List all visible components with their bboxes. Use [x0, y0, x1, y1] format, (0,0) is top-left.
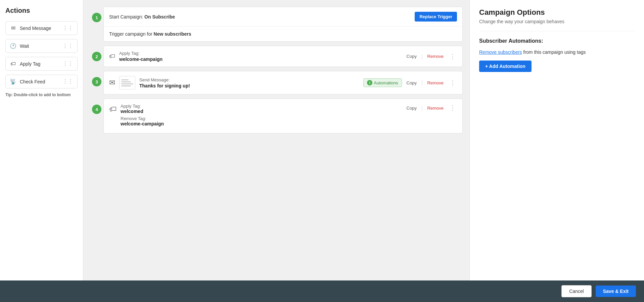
preview-line	[121, 83, 133, 84]
sidebar-item-wait[interactable]: 🕐 Wait ⋮⋮	[5, 39, 78, 53]
panel-description-suffix: from this campaign using tags	[522, 49, 586, 55]
step-3-info: Send Message: Thanks for signing up!	[139, 77, 359, 88]
sidebar-item-apply-tag[interactable]: 🏷 Apply Tag ⋮⋮	[5, 57, 78, 71]
apply-tag-entry: Apply Tag: welcomed	[121, 104, 401, 114]
envelope-icon: ✉	[10, 25, 16, 31]
preview-line	[121, 85, 131, 86]
drag-handle-icon[interactable]: ⋮⋮	[62, 43, 73, 49]
right-panel: Campaign Options Change the way your cam…	[469, 0, 644, 280]
sidebar-title: Actions	[5, 7, 78, 14]
save-exit-button[interactable]: Save & Exit	[596, 286, 636, 297]
panel-section-title: Subscriber Automations:	[479, 38, 635, 44]
step-2-remove-button[interactable]: Remove	[426, 53, 445, 60]
message-preview	[119, 76, 135, 89]
step-2-more-icon[interactable]: ⋮	[448, 52, 457, 61]
sidebar-item-check-feed[interactable]: 📡 Check Feed ⋮⋮	[5, 75, 78, 88]
cancel-button[interactable]: Cancel	[561, 285, 592, 297]
step-2-card: 🏷 Apply Tag: welcome-campaign Copy | Rem…	[103, 46, 463, 67]
trigger-body: Trigger campaign for New subscribers	[104, 27, 462, 41]
step-3-card: ✉ Send Message: Thanks for signing up! i	[103, 71, 463, 95]
sidebar: Actions ✉ Send Message ⋮⋮ 🕐 Wait ⋮⋮ 🏷 Ap…	[0, 0, 83, 280]
tip-label: Tip:	[5, 92, 13, 97]
step-2-content: 🏷 Apply Tag: welcome-campaign Copy | Rem…	[104, 46, 462, 67]
step-3-more-icon[interactable]: ⋮	[448, 78, 457, 87]
remove-tag-label: Remove Tag:	[121, 116, 401, 121]
sidebar-item-label: Send Message	[20, 26, 51, 31]
step-2-name: welcome-campaign	[119, 56, 401, 62]
apply-tag-value: welcomed	[121, 109, 401, 114]
feed-icon: 📡	[10, 78, 16, 85]
trigger-bold: On Subscribe	[144, 14, 175, 20]
step-3-type: Send Message:	[139, 77, 359, 82]
tag-icon: 🏷	[10, 61, 16, 67]
step-4-card: 🏷 Apply Tag: welcomed Remove Tag: welcom…	[103, 99, 463, 134]
step-4-info: Apply Tag: welcomed Remove Tag: welcome-…	[121, 104, 401, 128]
drag-handle-icon[interactable]: ⋮⋮	[62, 61, 73, 67]
step-number-2: 2	[92, 52, 101, 61]
step-3-name: Thanks for signing up!	[139, 83, 359, 88]
step-1-card: Start Campaign: On Subscribe Replace Tri…	[103, 7, 463, 42]
content-area: 1 Start Campaign: On Subscribe Replace T…	[83, 0, 469, 280]
step-2-info: Apply Tag: welcome-campaign	[119, 51, 401, 62]
envelope-icon-3: ✉	[109, 78, 115, 87]
step-2-type: Apply Tag:	[119, 51, 401, 56]
trigger-plain: Start Campaign:	[109, 14, 144, 20]
step-number-4: 4	[92, 105, 101, 114]
step-4-content: 🏷 Apply Tag: welcomed Remove Tag: welcom…	[104, 99, 462, 133]
step-number-1: 1	[92, 13, 101, 22]
tag-icon-4: 🏷	[109, 105, 117, 114]
remove-tag-value: welcome-campaign	[121, 121, 401, 126]
apply-tag-label: Apply Tag:	[121, 104, 401, 109]
preview-line	[121, 81, 131, 82]
tip-content: Double-click to add to bottom	[13, 92, 71, 97]
tag-icon-2: 🏷	[109, 53, 115, 60]
clock-icon: 🕐	[10, 43, 16, 49]
step-3-remove-button[interactable]: Remove	[426, 80, 445, 86]
step-3-controls: i Automations Copy | Remove ⋮	[363, 78, 457, 87]
footer: Cancel Save & Exit	[0, 280, 644, 302]
panel-description: Remove subscribers from this campaign us…	[479, 49, 635, 56]
trigger-body-bold: New subscribers	[154, 31, 191, 37]
automations-badge[interactable]: i Automations	[363, 78, 402, 87]
step-4-wrapper: 4 🏷 Apply Tag: welcomed Remove Tag: welc…	[90, 99, 463, 134]
preview-line	[121, 79, 129, 80]
step-number-3: 3	[92, 77, 101, 86]
trigger-title: Start Campaign: On Subscribe	[109, 14, 175, 20]
step-4-copy-button[interactable]: Copy	[405, 105, 418, 111]
remove-tag-entry: Remove Tag: welcome-campaign	[121, 116, 401, 126]
step-3-content: ✉ Send Message: Thanks for signing up! i	[104, 71, 462, 94]
step-4-controls: Copy | Remove ⋮	[405, 104, 457, 112]
step-3-wrapper: 3 ✉ Send Message: Thanks for signing up!	[90, 71, 463, 95]
sidebar-item-label: Apply Tag	[20, 61, 40, 67]
add-automation-button[interactable]: + Add Automation	[479, 61, 532, 72]
drag-handle-icon[interactable]: ⋮⋮	[62, 78, 73, 85]
step-2-controls: Copy | Remove ⋮	[405, 52, 457, 61]
panel-title: Campaign Options	[479, 8, 635, 17]
step-4-more-icon[interactable]: ⋮	[448, 104, 457, 112]
automations-label: Automations	[374, 80, 398, 85]
step-4-remove-button[interactable]: Remove	[426, 105, 445, 111]
step-3-copy-button[interactable]: Copy	[405, 80, 418, 86]
panel-subtitle: Change the way your campaign behaves	[479, 19, 635, 31]
step-2-wrapper: 2 🏷 Apply Tag: welcome-campaign Copy | R…	[90, 46, 463, 67]
step-1-wrapper: 1 Start Campaign: On Subscribe Replace T…	[90, 7, 463, 42]
step-2-copy-button[interactable]: Copy	[405, 53, 418, 60]
automations-info-icon: i	[367, 80, 372, 85]
trigger-body-plain: Trigger campaign for	[109, 31, 154, 37]
sidebar-item-label: Check Feed	[20, 79, 45, 84]
remove-subscribers-link[interactable]: Remove subscribers	[479, 49, 522, 55]
trigger-header: Start Campaign: On Subscribe Replace Tri…	[104, 7, 462, 27]
tip-text: Tip: Double-click to add to bottom	[5, 92, 78, 97]
replace-trigger-button[interactable]: Replace Trigger	[415, 12, 457, 22]
drag-handle-icon[interactable]: ⋮⋮	[62, 25, 73, 31]
sidebar-item-label: Wait	[20, 43, 29, 49]
sidebar-item-send-message[interactable]: ✉ Send Message ⋮⋮	[5, 21, 78, 35]
